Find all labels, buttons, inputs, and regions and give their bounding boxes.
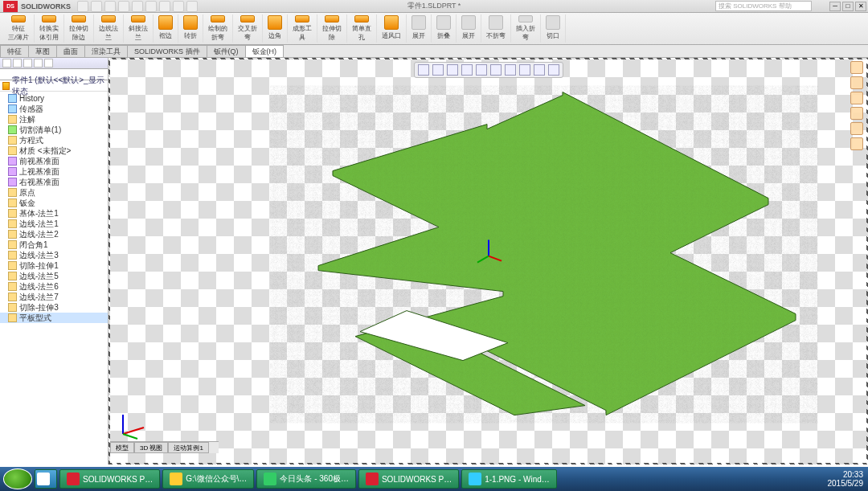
feature-node[interactable]: 边线-法兰7 xyxy=(0,292,108,302)
fm-tab-icon[interactable] xyxy=(23,59,32,68)
command-tab[interactable]: 钣金(H) xyxy=(245,45,285,57)
feature-node[interactable]: 钣金 xyxy=(0,198,108,208)
feature-label: 基体-法兰1 xyxy=(19,208,59,219)
feature-node[interactable]: 边线-法兰2 xyxy=(0,229,108,239)
save-icon[interactable] xyxy=(104,1,116,12)
prev-view-icon[interactable] xyxy=(447,64,458,76)
apply-scene-icon[interactable] xyxy=(534,64,545,76)
design-lib-icon[interactable] xyxy=(850,76,863,89)
zoom-area-icon[interactable] xyxy=(432,64,444,76)
toolbar-button[interactable]: 插入折 弯 xyxy=(511,14,541,43)
display-style-icon[interactable] xyxy=(490,64,502,76)
appearances-icon[interactable] xyxy=(850,122,863,135)
feature-node[interactable]: 切除-拉伸1 xyxy=(0,260,108,271)
toolbar-button[interactable]: 绘制的 折弯 xyxy=(203,14,233,43)
command-tab[interactable]: 钣件(Q) xyxy=(207,45,246,57)
minimize-icon[interactable]: ─ xyxy=(829,2,841,11)
section-icon[interactable] xyxy=(461,64,473,76)
hide-show-icon[interactable] xyxy=(505,64,516,76)
system-tray[interactable]: 20:33 2015/5/29 xyxy=(828,470,864,488)
feature-node[interactable]: 方程式 xyxy=(0,135,108,145)
feature-node[interactable]: 边线-法兰3 xyxy=(0,250,108,260)
toolbar-button[interactable]: 不折弯 xyxy=(481,14,511,43)
toolbar-button[interactable]: 斜接法 兰 xyxy=(124,14,154,43)
toolbar-button[interactable]: 特征 三/薄片 xyxy=(3,14,35,43)
command-tab[interactable]: 曲面 xyxy=(56,45,85,57)
feature-node[interactable]: 边线-法兰5 xyxy=(0,271,108,281)
feature-node[interactable]: 平板型式 xyxy=(0,313,108,323)
view-palette-icon[interactable] xyxy=(850,107,863,120)
feature-node[interactable]: 上视基准面 xyxy=(0,166,108,177)
command-tab[interactable]: 渲染工具 xyxy=(84,45,128,57)
edit-appearance-icon[interactable] xyxy=(519,64,530,76)
view-orient-icon[interactable] xyxy=(476,64,487,76)
toolbar-button[interactable]: 简单直 孔 xyxy=(347,14,377,43)
motion-tab[interactable]: 运动算例1 xyxy=(168,442,208,453)
options-icon[interactable] xyxy=(173,1,184,12)
close-icon[interactable]: ✕ xyxy=(855,2,866,11)
toolbar-button[interactable]: 边线法 兰 xyxy=(94,14,124,43)
fm-tab-icon[interactable] xyxy=(2,59,11,68)
resources-icon[interactable] xyxy=(850,61,863,74)
command-tab[interactable]: 特征 xyxy=(0,45,29,57)
view-settings-icon[interactable] xyxy=(548,64,559,76)
feature-node[interactable]: 注解 xyxy=(0,114,108,125)
toolbar-button[interactable]: 展开 xyxy=(457,14,481,43)
fm-root[interactable]: 零件1 (默认<<默认>_显示状态 xyxy=(0,80,108,92)
feature-node[interactable]: 边线-法兰6 xyxy=(0,281,108,292)
feature-node[interactable]: 切割清单(1) xyxy=(0,125,108,135)
toolbar-button[interactable]: 成形工 具 xyxy=(288,14,317,43)
maximize-icon[interactable]: □ xyxy=(842,2,854,11)
feature-node[interactable]: 闭合角1 xyxy=(0,239,108,250)
open-icon[interactable] xyxy=(91,1,102,12)
fm-tab-icon[interactable] xyxy=(13,59,22,68)
feature-node[interactable]: 边线-法兰1 xyxy=(0,219,108,229)
taskbar-item[interactable]: SOLIDWORKS P… xyxy=(358,469,459,489)
taskbar-pinned[interactable] xyxy=(35,469,57,489)
toolbar-button[interactable]: 转换实 体引用 xyxy=(35,14,64,43)
zoom-fit-icon[interactable] xyxy=(418,64,429,76)
svg-line-7 xyxy=(123,434,137,439)
feature-node[interactable]: 右视基准面 xyxy=(0,177,108,187)
toolbar-button[interactable]: 褶边 xyxy=(154,14,178,43)
toolbar-button[interactable]: 通风口 xyxy=(377,14,407,43)
graphics-viewport[interactable]: 模型3D 视图运动算例1 xyxy=(108,58,868,464)
file-explorer-icon[interactable] xyxy=(850,92,863,104)
undo-icon[interactable] xyxy=(132,1,143,12)
toolbar-button[interactable]: 拉伸切 除边 xyxy=(64,14,94,43)
command-label: 交叉折 弯 xyxy=(238,24,257,42)
toolbar-button[interactable]: 边角 xyxy=(263,14,288,43)
search-input[interactable]: 搜索 SOLIDWORKS 帮助 xyxy=(715,1,812,11)
command-icon xyxy=(518,15,533,23)
settings-icon[interactable] xyxy=(186,1,198,12)
motion-tab[interactable]: 模型 xyxy=(110,442,134,453)
command-tab[interactable]: SOLIDWORKS 插件 xyxy=(127,45,207,57)
feature-icon xyxy=(8,167,17,176)
taskbar-item[interactable]: SOLIDWORKS P… xyxy=(59,469,160,489)
taskbar-item[interactable]: G:\微信公众号\… xyxy=(162,469,254,489)
command-tab[interactable]: 草图 xyxy=(28,45,57,57)
feature-node[interactable]: 切除-拉伸3 xyxy=(0,302,108,313)
toolbar-button[interactable]: 转折 xyxy=(178,14,203,43)
toolbar-button[interactable]: 折叠 xyxy=(432,14,457,43)
fm-tab-icon[interactable] xyxy=(34,59,43,68)
toolbar-button[interactable]: 切口 xyxy=(541,14,566,43)
feature-node[interactable]: 传感器 xyxy=(0,104,108,114)
toolbar-button[interactable]: 交叉折 弯 xyxy=(233,14,263,43)
feature-node[interactable]: 基体-法兰1 xyxy=(0,208,108,219)
redo-icon[interactable] xyxy=(145,1,157,12)
custom-props-icon[interactable] xyxy=(850,137,863,150)
fm-tab-icon[interactable] xyxy=(44,59,53,68)
taskbar-item[interactable]: 1-1.PNG - Wind… xyxy=(461,469,557,489)
feature-node[interactable]: 原点 xyxy=(0,187,108,198)
new-icon[interactable] xyxy=(77,1,88,12)
feature-node[interactable]: 材质 <未指定> xyxy=(0,145,108,156)
motion-tab[interactable]: 3D 视图 xyxy=(134,442,168,453)
taskbar-item[interactable]: 今日头条 - 360极… xyxy=(256,469,356,489)
rebuild-icon[interactable] xyxy=(159,1,170,12)
print-icon[interactable] xyxy=(118,1,129,12)
toolbar-button[interactable]: 展开 xyxy=(407,14,432,43)
feature-node[interactable]: 前视基准面 xyxy=(0,156,108,166)
start-button[interactable] xyxy=(3,468,32,489)
toolbar-button[interactable]: 拉伸切 除 xyxy=(317,14,347,43)
